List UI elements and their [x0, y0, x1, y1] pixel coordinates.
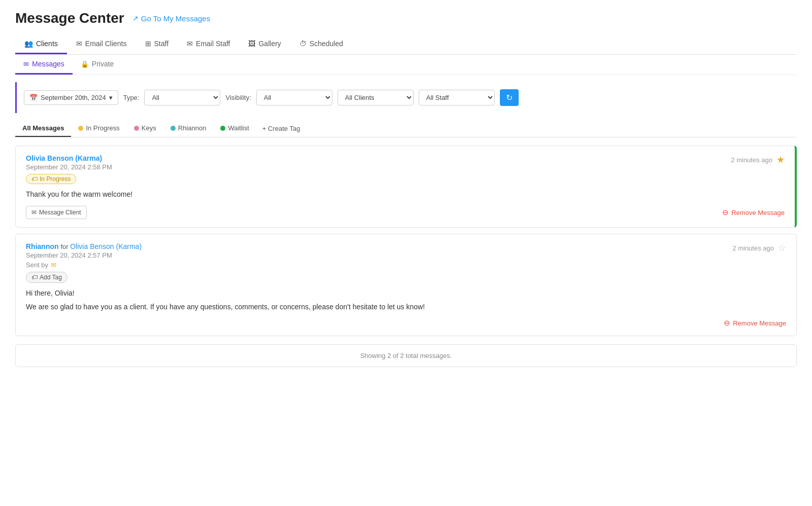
- sent-by-email-icon: ✉: [51, 261, 56, 269]
- message-for-text: for: [60, 243, 70, 250]
- tab-email-staff-label: Email Staff: [196, 40, 230, 48]
- sub-tab-messages[interactable]: ✉ Messages: [15, 55, 73, 75]
- message-date: September 20, 2024 2:58 PM: [26, 163, 112, 171]
- remove-icon: ⊖: [724, 318, 730, 328]
- tab-email-clients[interactable]: ✉ Email Clients: [67, 34, 136, 54]
- tab-clients-label: Clients: [36, 40, 58, 48]
- message-client-label: Message Client: [39, 209, 81, 216]
- all-messages-label: All Messages: [22, 124, 64, 132]
- messages-footer: Showing 2 of 2 total messages.: [15, 344, 797, 367]
- sub-tab-messages-label: Messages: [32, 60, 64, 68]
- msg-tab-in-progress[interactable]: In Progress: [71, 120, 126, 137]
- date-filter[interactable]: 📅 September 20th, 2024 ▾: [24, 90, 118, 105]
- msg-tab-keys[interactable]: Keys: [127, 120, 163, 137]
- message-sender-block: Rhiannon for Olivia Benson (Karma) Septe…: [26, 242, 142, 283]
- sub-tab-private-label: Private: [92, 60, 114, 68]
- tab-gallery[interactable]: 🖼 Gallery: [239, 34, 290, 54]
- page-title: Message Center: [15, 10, 124, 26]
- go-to-my-messages-link[interactable]: ↗ Go To My Messages: [132, 14, 210, 23]
- in-progress-dot: [78, 126, 83, 131]
- message-time-block: 2 minutes ago ★: [731, 154, 785, 165]
- tab-gallery-label: Gallery: [258, 40, 281, 48]
- email-staff-icon: ✉: [187, 40, 193, 48]
- message-actions: ✉ Message Client ⊖ Remove Message: [26, 206, 785, 219]
- in-progress-tag[interactable]: 🏷 In Progress: [26, 174, 76, 184]
- in-progress-label: In Progress: [86, 124, 119, 132]
- gallery-icon: 🖼: [248, 40, 255, 48]
- top-tabs: 👥 Clients ✉ Email Clients ⊞ Staff ✉ Emai…: [15, 34, 797, 55]
- tag-icon: 🏷: [31, 175, 38, 183]
- message-body: Hi there, Olivia!: [26, 288, 786, 299]
- message-client-button[interactable]: ✉ Message Client: [26, 206, 87, 219]
- remove-icon: ⊖: [722, 208, 729, 217]
- clients-select[interactable]: All Clients: [337, 90, 414, 105]
- message-tabs: All Messages In Progress Keys Rhiannon W…: [15, 120, 797, 137]
- time-ago: 2 minutes ago: [732, 244, 774, 252]
- keys-dot: [134, 126, 139, 131]
- footer-label: Showing 2 of 2 total messages.: [360, 352, 452, 359]
- page-header: Message Center ↗ Go To My Messages: [15, 10, 797, 26]
- visibility-select[interactable]: All Public Private: [256, 90, 332, 105]
- messages-icon: ✉: [23, 60, 29, 68]
- refresh-button[interactable]: ↻: [500, 89, 519, 106]
- sender-name[interactable]: Rhiannon: [26, 242, 59, 250]
- rhiannon-dot: [171, 126, 176, 131]
- tag-icon: 🏷: [31, 274, 38, 281]
- email-clients-icon: ✉: [76, 40, 82, 48]
- sender-name[interactable]: Olivia Benson (Karma): [26, 154, 102, 162]
- sub-tab-private[interactable]: 🔒 Private: [73, 55, 122, 75]
- message-sender-block: Olivia Benson (Karma) September 20, 2024…: [26, 154, 112, 184]
- time-ago: 2 minutes ago: [731, 156, 772, 164]
- add-tag-button[interactable]: 🏷 Add Tag: [26, 272, 67, 283]
- message-sender-row: Rhiannon for Olivia Benson (Karma): [26, 242, 142, 250]
- add-tag-label: Add Tag: [40, 274, 62, 281]
- tab-clients[interactable]: 👥 Clients: [15, 34, 67, 54]
- external-link-icon: ↗: [132, 14, 139, 22]
- message-client-icon: ✉: [31, 209, 37, 216]
- sent-by-label: Sent by: [26, 261, 48, 269]
- keys-label: Keys: [142, 124, 156, 132]
- msg-tab-all[interactable]: All Messages: [15, 120, 71, 137]
- tab-scheduled[interactable]: ⏱ Scheduled: [290, 34, 352, 54]
- chevron-down-icon: ▾: [109, 94, 113, 101]
- visibility-label: Visibility:: [225, 94, 251, 101]
- message-card: Olivia Benson (Karma) September 20, 2024…: [15, 146, 797, 228]
- scheduled-icon: ⏱: [299, 40, 307, 48]
- rhiannon-label: Rhiannon: [178, 124, 207, 132]
- msg-tab-rhiannon[interactable]: Rhiannon: [163, 120, 214, 137]
- tab-email-clients-label: Email Clients: [85, 40, 127, 48]
- star-button[interactable]: ★: [776, 154, 785, 165]
- waitlist-dot: [220, 126, 225, 131]
- message-time-block: 2 minutes ago ☆: [732, 242, 786, 254]
- message-body-2: We are so glad to have you as a client. …: [26, 302, 786, 312]
- go-to-messages-label: Go To My Messages: [141, 14, 210, 23]
- remove-message-button[interactable]: ⊖ Remove Message: [722, 208, 785, 217]
- lock-icon: 🔒: [81, 60, 89, 68]
- sent-by-block: Sent by ✉: [26, 261, 142, 269]
- tab-email-staff[interactable]: ✉ Email Staff: [178, 34, 239, 54]
- message-actions: ⊖ Remove Message: [26, 318, 786, 328]
- message-date: September 20, 2024 2:57 PM: [26, 251, 142, 259]
- date-filter-label: September 20th, 2024: [41, 94, 106, 101]
- type-label: Type:: [123, 94, 140, 101]
- for-client-link[interactable]: Olivia Benson (Karma): [70, 242, 142, 250]
- remove-label: Remove Message: [733, 319, 786, 327]
- remove-message-button[interactable]: ⊖ Remove Message: [724, 318, 786, 328]
- message-body: Thank you for the warm welcome!: [26, 189, 785, 200]
- tab-staff-label: Staff: [154, 40, 169, 48]
- staff-icon: ⊞: [145, 40, 151, 48]
- tab-scheduled-label: Scheduled: [310, 40, 343, 48]
- staff-select[interactable]: All Staff: [419, 90, 495, 105]
- tab-staff[interactable]: ⊞ Staff: [136, 34, 178, 54]
- create-tag-button[interactable]: + Create Tag: [256, 122, 307, 135]
- message-tag-block: 🏷 In Progress: [26, 171, 112, 184]
- msg-tab-waitlist[interactable]: Waitlist: [213, 120, 256, 137]
- tag-label: In Progress: [40, 175, 71, 183]
- create-tag-label: + Create Tag: [262, 125, 300, 132]
- add-tag-block: 🏷 Add Tag: [26, 269, 142, 283]
- filters-bar: 📅 September 20th, 2024 ▾ Type: All Email…: [15, 82, 797, 113]
- calendar-icon: 📅: [29, 94, 38, 101]
- type-select[interactable]: All Email SMS Note: [144, 90, 220, 105]
- refresh-icon: ↻: [506, 93, 513, 102]
- star-button[interactable]: ☆: [778, 242, 786, 254]
